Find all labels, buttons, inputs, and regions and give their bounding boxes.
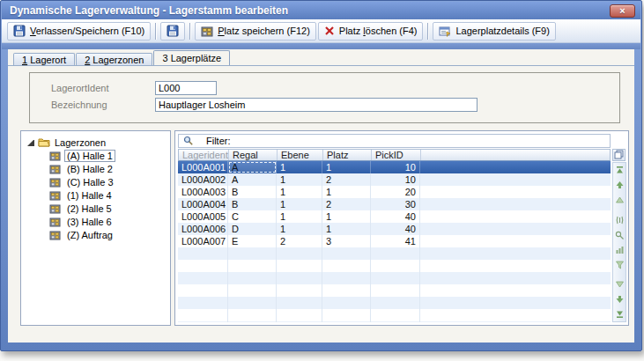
titlebar[interactable]: Dynamische Lagerverwaltung - Lagerstamm … xyxy=(2,2,640,19)
grid-cell[interactable]: 1 xyxy=(277,223,322,235)
grid-cell[interactable]: 1 xyxy=(277,198,322,210)
page-up-icon[interactable] xyxy=(615,195,625,204)
app-window: Dynamische Lagerverwaltung - Lagerstamm … xyxy=(0,0,642,351)
grid-row[interactable]: L000A005C1140 xyxy=(178,210,611,223)
tree-item[interactable]: (3) Halle 6 xyxy=(21,215,170,228)
toolbar-separator xyxy=(189,23,190,40)
grid-cell[interactable]: 2 xyxy=(277,235,322,247)
nav-group xyxy=(615,166,625,204)
grid-cell[interactable]: 30 xyxy=(371,198,420,210)
tab-lagerort[interactable]: 1 Lagerort xyxy=(13,53,75,65)
tab-lagerplaetze[interactable]: 3 Lagerplätze xyxy=(153,50,230,65)
grid-cell xyxy=(371,321,420,322)
grid-cell[interactable]: 40 xyxy=(371,210,420,223)
client-area: 1 Lagerort2 Lagerzonen3 Lagerplätze Lage… xyxy=(8,49,634,343)
place-details-button[interactable]: Lagerplatzdetails (F9) xyxy=(433,22,555,41)
close-button[interactable]: × xyxy=(610,4,635,18)
toolbar: Verlassen/Speichern (F10)Platz speichern… xyxy=(2,19,640,43)
grid-cell[interactable]: E xyxy=(228,235,277,247)
grid-cell[interactable]: D xyxy=(228,223,277,235)
grid-cell-filler xyxy=(420,198,611,210)
field-lagerortident: LagerortIdent xyxy=(30,81,619,95)
grid-cell xyxy=(371,260,420,272)
page-down-icon[interactable] xyxy=(615,280,625,289)
grid-cell[interactable]: 40 xyxy=(371,223,420,235)
grid-cell[interactable]: 1 xyxy=(322,161,371,173)
grid-cell[interactable]: L000A006 xyxy=(178,223,228,235)
grid-cell[interactable]: 1 xyxy=(322,223,371,235)
bezeichnung-input[interactable] xyxy=(155,98,477,112)
grid-cell[interactable]: B xyxy=(228,186,277,198)
grid-cell[interactable]: L000A007 xyxy=(178,235,228,247)
grid-cell[interactable]: 1 xyxy=(322,186,371,198)
search-icon[interactable] xyxy=(615,231,625,239)
column-header-platz[interactable]: Platz xyxy=(323,150,372,160)
column-header-regal[interactable]: Regal xyxy=(229,150,278,160)
tab-lagerzonen[interactable]: 2 Lagerzonen xyxy=(76,53,152,65)
grid-empty-row xyxy=(178,284,611,297)
delete-place-button[interactable]: Platz löschen (F4) xyxy=(318,22,424,41)
grid-cell[interactable]: L000A003 xyxy=(178,186,228,198)
auto-size-icon[interactable] xyxy=(615,216,625,225)
column-header-pickid[interactable]: PickID xyxy=(372,150,421,160)
grid-cell[interactable]: 3 xyxy=(322,235,371,247)
last-record-icon[interactable] xyxy=(615,310,625,319)
column-header-ebene[interactable]: Ebene xyxy=(278,150,323,160)
grid-cell xyxy=(322,284,371,297)
grid-filter-bar[interactable]: Filter: xyxy=(178,134,611,148)
grid-row[interactable]: L000A003B1120 xyxy=(178,186,611,198)
grid-empty-row xyxy=(178,297,611,309)
grid-row[interactable]: L000A006D1140 xyxy=(178,223,611,235)
grid-row[interactable]: L000A004B1230 xyxy=(178,198,611,210)
save-exit-button[interactable]: Verlassen/Speichern (F10) xyxy=(7,22,151,41)
tree-item[interactable]: (A) Halle 1 xyxy=(21,149,170,162)
grid-cell[interactable]: L000A002 xyxy=(178,173,228,186)
grid-cell xyxy=(178,272,228,284)
filter-icon[interactable] xyxy=(615,261,625,269)
lagerzonen-tree: Lagerzonen (A) Halle 1(B) Halle 2(C) Hal… xyxy=(20,130,171,326)
zone-icon xyxy=(49,230,61,240)
grid-cell[interactable]: 2 xyxy=(322,198,371,210)
grid-cell[interactable]: B xyxy=(228,198,277,210)
tree-item-label: (B) Halle 2 xyxy=(64,163,115,175)
grid-row[interactable]: L000A001A1110 xyxy=(178,161,611,173)
nav-group xyxy=(615,280,625,319)
search-icon xyxy=(183,136,194,146)
grid-cell[interactable]: 2 xyxy=(322,173,371,186)
grid-cell[interactable]: 1 xyxy=(277,173,322,186)
tree-item[interactable]: (B) Halle 2 xyxy=(21,162,170,175)
grid-row[interactable]: L000A002A1210 xyxy=(178,173,611,186)
grid-row[interactable]: L000A007E2341 xyxy=(178,235,611,247)
tree-item[interactable]: (2) Halle 5 xyxy=(21,202,170,215)
grid-cell[interactable]: 10 xyxy=(371,173,420,186)
grid-cell xyxy=(228,297,277,309)
grid-cell[interactable]: C xyxy=(228,210,277,223)
grid-cell[interactable]: 1 xyxy=(322,210,371,223)
tree-item[interactable]: (C) Halle 3 xyxy=(21,175,170,188)
column-chooser-button[interactable] xyxy=(612,149,625,161)
tree-root-lagerzonen[interactable]: Lagerzonen xyxy=(21,136,170,149)
grid-cell[interactable]: A xyxy=(228,173,277,186)
save-button[interactable] xyxy=(160,22,185,41)
first-record-icon[interactable] xyxy=(615,166,625,174)
tree-item[interactable]: (Z) Auftrag xyxy=(21,228,170,241)
grid-cell[interactable]: L000A004 xyxy=(178,198,228,210)
grid-cell xyxy=(228,247,277,260)
grid-cell[interactable]: 1 xyxy=(277,210,322,223)
tree-expander-icon[interactable] xyxy=(27,139,34,146)
save-place-button[interactable]: Platz speichern (F12) xyxy=(195,22,316,41)
column-header-lagerident[interactable]: Lagerident xyxy=(179,150,229,160)
grid-cell[interactable]: L000A001 xyxy=(178,161,228,173)
grid-cell[interactable]: 1 xyxy=(277,186,322,198)
lagerortident-input[interactable] xyxy=(155,81,217,95)
grid-cell[interactable]: 20 xyxy=(371,186,420,198)
tree-item[interactable]: (1) Halle 4 xyxy=(21,188,170,202)
grid-cell[interactable]: A xyxy=(228,161,277,173)
prev-record-icon[interactable] xyxy=(615,180,625,189)
grid-cell[interactable]: 1 xyxy=(277,161,322,173)
summary-icon[interactable] xyxy=(615,246,625,254)
grid-cell[interactable]: L000A005 xyxy=(178,210,228,223)
next-record-icon[interactable] xyxy=(615,295,625,304)
grid-cell[interactable]: 41 xyxy=(371,235,420,247)
grid-cell[interactable]: 10 xyxy=(371,161,420,173)
